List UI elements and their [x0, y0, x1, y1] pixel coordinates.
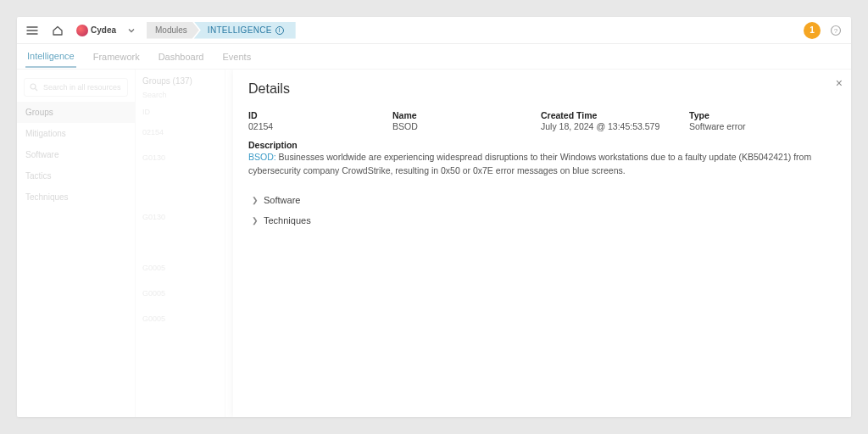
sidebar: Search in all resources Groups Mitigatio…	[17, 70, 225, 417]
hamburger-icon[interactable]	[22, 20, 42, 41]
details-meta: ID 02154 Name BSOD Created Time July 18,…	[248, 110, 836, 131]
topbar: Cydea Modules INTELLIGENCE i 1 ?	[17, 17, 851, 44]
id-value: 02154	[248, 121, 392, 131]
description-label: Description	[248, 140, 836, 150]
accordion-techniques[interactable]: ❯ Techniques	[248, 210, 836, 231]
groups-id-col: ID	[141, 104, 220, 120]
list-item[interactable]: 02154	[141, 120, 220, 145]
sidebar-list: Groups (137) Search ID 02154 G0130 G0130…	[136, 70, 225, 417]
time-value: July 18, 2024 @ 13:45:53.579	[541, 121, 689, 131]
brand-logo-icon	[76, 25, 88, 36]
chevron-right-icon: ❯	[252, 196, 259, 204]
sidebar-cat-mitigations[interactable]: Mitigations	[17, 123, 135, 144]
sidebar-cat-tactics[interactable]: Tactics	[17, 165, 135, 186]
tab-framework[interactable]: Framework	[92, 47, 142, 67]
tabs-row: Intelligence Framework Dashboard Events	[17, 44, 851, 70]
name-value: BSOD	[392, 121, 541, 131]
time-label: Created Time	[541, 110, 689, 120]
svg-point-2	[31, 84, 36, 89]
close-icon[interactable]: ×	[836, 76, 843, 90]
id-label: ID	[248, 110, 392, 120]
tab-intelligence[interactable]: Intelligence	[25, 46, 76, 68]
list-item[interactable]: G0005	[141, 281, 220, 306]
breadcrumb: Modules INTELLIGENCE i	[147, 22, 296, 39]
chevron-down-icon[interactable]	[125, 26, 138, 35]
app-frame: Cydea Modules INTELLIGENCE i 1 ? Intelli…	[17, 17, 851, 417]
type-label: Type	[689, 110, 836, 120]
brand-logo[interactable]: Cydea	[73, 25, 120, 36]
sidebar-cat-groups[interactable]: Groups	[17, 102, 135, 123]
accordion-software[interactable]: ❯ Software	[248, 190, 836, 210]
description-block: Description BSOD: Businesses worldwide a…	[248, 140, 836, 178]
sidebar-cat-software[interactable]: Software	[17, 144, 135, 165]
tab-dashboard[interactable]: Dashboard	[157, 47, 206, 67]
description-link[interactable]: BSOD:	[248, 152, 276, 162]
main-body: Search in all resources Groups Mitigatio…	[17, 70, 851, 417]
details-title: Details	[248, 81, 836, 97]
name-label: Name	[392, 110, 541, 120]
description-text: BSOD: Businesses worldwide are experienc…	[248, 151, 836, 178]
tab-events[interactable]: Events	[221, 47, 253, 67]
breadcrumb-intelligence[interactable]: INTELLIGENCE i	[194, 22, 296, 39]
search-icon	[30, 83, 38, 92]
type-value: Software error	[689, 121, 836, 131]
info-icon: i	[275, 26, 284, 35]
svg-text:?: ?	[834, 27, 838, 35]
list-item[interactable]: G0005	[141, 255, 220, 281]
sidebar-cat-techniques[interactable]: Techniques	[17, 186, 135, 208]
chevron-right-icon: ❯	[252, 216, 259, 225]
breadcrumb-modules[interactable]: Modules	[147, 22, 199, 39]
list-item[interactable]: G0005	[141, 306, 220, 331]
groups-search[interactable]: Search	[141, 89, 220, 104]
brand-logo-text: Cydea	[91, 25, 116, 35]
help-icon[interactable]: ?	[826, 20, 846, 41]
groups-header: Groups (137)	[141, 73, 220, 89]
details-panel: × Details ID 02154 Name BSOD Created Tim…	[233, 70, 851, 417]
list-item[interactable]: G0130	[141, 145, 220, 170]
home-icon[interactable]	[47, 20, 68, 41]
search-input[interactable]: Search in all resources	[24, 78, 128, 97]
sidebar-categories: Search in all resources Groups Mitigatio…	[17, 70, 136, 417]
list-item[interactable]: G0130	[141, 204, 220, 230]
avatar[interactable]: 1	[804, 22, 821, 39]
